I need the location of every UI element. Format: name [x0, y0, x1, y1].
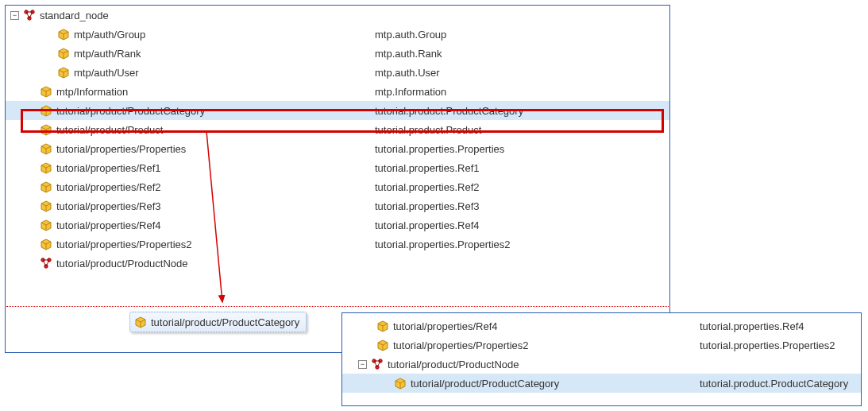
box-icon [39, 122, 53, 137]
tree-row[interactable]: −tutorial/product/ProductNode [342, 355, 861, 374]
node-icon [39, 256, 53, 270]
box-icon [376, 338, 390, 352]
tree-row-path: tutorial/product/ProductNode [56, 258, 187, 269]
tree-row[interactable]: tutorial/product/ProductNode [6, 254, 669, 273]
tree-row[interactable]: tutorial/properties/Properties2tutorial.… [6, 235, 669, 254]
tree-panel-before: − standard_node mtp/auth/Groupmtp.auth.G… [5, 5, 670, 353]
tree-row-type: tutorial.properties.Ref3 [375, 200, 480, 212]
box-icon [56, 46, 71, 60]
tree-row-type: tutorial.properties.Properties [375, 143, 504, 155]
collapse-icon[interactable]: − [10, 11, 19, 20]
tree-row-path: tutorial/properties/Properties2 [393, 339, 529, 351]
tree-row-path: mtp/auth/Rank [74, 48, 141, 60]
tree-panel-after: tutorial/properties/Ref4tutorial.propert… [341, 312, 862, 406]
tree-row-path: mtp/auth/Group [74, 29, 145, 41]
tree-row-type: tutorial.product.ProductCategory [375, 105, 523, 117]
tree-row-path: tutorial/properties/Properties2 [56, 238, 192, 250]
collapse-icon[interactable]: − [358, 360, 367, 369]
tree-row[interactable]: tutorial/product/Producttutorial.product… [6, 120, 669, 139]
tree-root-label: standard_node [40, 10, 109, 21]
box-icon [39, 142, 53, 156]
box-icon [39, 161, 53, 175]
tree-row-path: tutorial/properties/Ref2 [56, 181, 161, 193]
node-icon [22, 8, 37, 22]
tree-row-path: tutorial/product/ProductCategory [411, 378, 559, 390]
tree-row-type: tutorial.product.Product [375, 124, 481, 136]
tree-row-type: tutorial.properties.Ref4 [375, 219, 480, 231]
tree-row-path: tutorial/properties/Ref4 [393, 320, 498, 332]
tree-row[interactable]: tutorial/properties/Ref3tutorial.propert… [6, 196, 669, 215]
tree-row[interactable]: tutorial/properties/Ref1tutorial.propert… [6, 158, 669, 177]
tree-row-type: tutorial.properties.Ref1 [375, 162, 480, 174]
tree-row-path: mtp/auth/User [74, 67, 139, 79]
box-icon [39, 103, 53, 118]
tree-row[interactable]: tutorial/product/ProductCategorytutorial… [342, 374, 861, 393]
tree-row-path: tutorial/product/ProductCategory [56, 105, 205, 117]
box-icon [39, 237, 53, 251]
tree-row[interactable]: tutorial/properties/Propertiestutorial.p… [6, 139, 669, 158]
tree-row-path: mtp/Information [56, 86, 128, 98]
box-icon [393, 376, 407, 390]
tree-row-type: mtp.auth.User [375, 67, 440, 79]
tree-row-type: tutorial.properties.Properties2 [375, 238, 511, 250]
tree-row-path: tutorial/product/Product [56, 124, 163, 136]
tree-row-type: tutorial.properties.Ref2 [375, 181, 480, 193]
tree-row-type: mtp.auth.Rank [375, 48, 442, 60]
tree-row-type: mtp.auth.Group [375, 29, 446, 41]
tree-row-path: tutorial/properties/Properties [56, 143, 186, 155]
tree-row-type: tutorial.properties.Properties2 [700, 339, 835, 351]
box-icon [56, 65, 71, 79]
tree-row-path: tutorial/properties/Ref4 [56, 219, 161, 231]
svg-line-12 [206, 131, 222, 302]
tree-root-row[interactable]: − standard_node [6, 6, 669, 25]
tree-row[interactable]: mtp/auth/Usermtp.auth.User [6, 63, 669, 82]
box-icon [376, 319, 390, 333]
tree-row[interactable]: tutorial/properties/Ref2tutorial.propert… [6, 177, 669, 196]
drag-arrow [183, 131, 230, 314]
tree-row[interactable]: tutorial/product/ProductCategorytutorial… [6, 101, 669, 120]
drop-indicator-line [6, 306, 669, 307]
tree-row[interactable]: tutorial/properties/Ref4tutorial.propert… [6, 215, 669, 235]
tree-row[interactable]: tutorial/properties/Properties2tutorial.… [342, 335, 861, 355]
box-icon [56, 27, 71, 41]
drag-ghost-label: tutorial/product/ProductCategory [151, 316, 299, 328]
drag-ghost-chip: tutorial/product/ProductCategory [129, 312, 307, 332]
tree-row-path: tutorial/properties/Ref1 [56, 162, 161, 174]
box-icon [39, 218, 53, 232]
tree-row-path: tutorial/product/ProductNode [388, 359, 519, 370]
node-icon [370, 357, 384, 371]
tree-row-path: tutorial/properties/Ref3 [56, 200, 161, 212]
box-icon [39, 199, 53, 213]
tree-row-type: tutorial.product.ProductCategory [700, 378, 848, 390]
box-icon [39, 180, 53, 194]
box-icon [133, 315, 148, 329]
tree-row[interactable]: tutorial/properties/Ref4tutorial.propert… [342, 316, 861, 335]
box-icon [39, 84, 53, 99]
tree-row[interactable]: mtp/Informationmtp.Information [6, 82, 669, 101]
tree-row-type: tutorial.properties.Ref4 [700, 320, 804, 332]
tree-row[interactable]: mtp/auth/Rankmtp.auth.Rank [6, 44, 669, 63]
tree-row-type: mtp.Information [375, 86, 446, 98]
tree-row[interactable]: mtp/auth/Groupmtp.auth.Group [6, 25, 669, 44]
